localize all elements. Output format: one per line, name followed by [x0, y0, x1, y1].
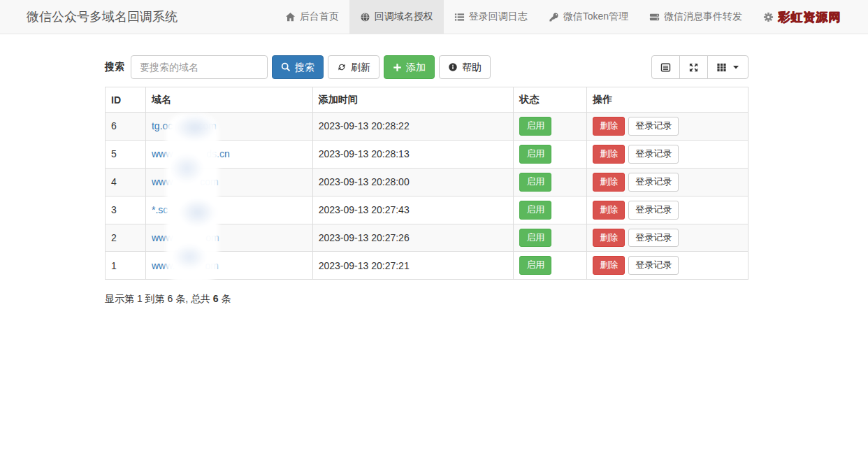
table-row: 6tg.occom2023-09-13 20:28:22启用删除登录记录	[106, 113, 748, 141]
cell-id: 2	[106, 224, 146, 252]
chevron-down-icon	[732, 64, 739, 71]
gear-icon	[763, 12, 774, 22]
login-records-button[interactable]: 登录记录	[628, 201, 679, 220]
status-enabled-button[interactable]: 启用	[519, 229, 551, 248]
login-records-button[interactable]: 登录记录	[628, 117, 679, 136]
search-button[interactable]: 搜索	[272, 55, 324, 79]
cell-actions: 删除登录记录	[587, 140, 748, 168]
cell-add-time: 2023-09-13 20:27:43	[312, 196, 514, 224]
domain-visible-prefix: www	[152, 148, 173, 159]
cell-add-time: 2023-09-13 20:27:26	[312, 224, 514, 252]
domain-link[interactable]: wwwds.cn	[152, 148, 230, 159]
domain-visible-suffix: om	[205, 232, 219, 243]
table-row: 1www.om2023-09-13 20:27:21启用删除登录记录	[106, 252, 748, 280]
fullscreen-icon	[688, 62, 699, 73]
login-records-button[interactable]: 登录记录	[628, 173, 679, 192]
login-records-button[interactable]: 登录记录	[628, 145, 679, 164]
fullscreen-button[interactable]	[679, 55, 708, 79]
domain-link[interactable]: tg.occom	[152, 120, 217, 131]
domain-visible-prefix: www.	[152, 260, 175, 271]
columns-dropdown-button[interactable]	[707, 55, 748, 79]
cell-id: 5	[106, 140, 146, 168]
nav-item-login-logs[interactable]: 登录回调日志	[444, 0, 538, 34]
login-records-button[interactable]: 登录记录	[628, 229, 679, 248]
pagination-info-suffix: 条	[219, 293, 231, 304]
main-nav: 后台首页 回调域名授权 登录回调日志	[275, 0, 851, 34]
watermark-text: 彩虹资源网	[778, 9, 841, 25]
server-icon	[649, 12, 660, 22]
add-button-label: 添加	[406, 62, 426, 72]
refresh-button[interactable]: 刷新	[328, 55, 379, 79]
nav-item-home[interactable]: 后台首页	[275, 0, 349, 34]
domain-redacted-gap	[175, 266, 205, 267]
col-header-id: ID	[106, 87, 146, 113]
col-header-actions: 操作	[587, 87, 748, 113]
table-toolbar: 搜索 搜索 刷新	[105, 55, 748, 79]
table-row: 5wwwds.cn2023-09-13 20:28:13启用删除登录记录	[106, 140, 748, 168]
delete-button[interactable]: 删除	[593, 145, 625, 164]
cell-domain: wwwcom	[145, 168, 312, 196]
help-button-label: 帮助	[462, 62, 482, 72]
pagination-info: 显示第 1 到第 6 条, 总共 6 条	[105, 293, 748, 306]
table-row: 2wwwom2023-09-13 20:27:26启用删除登录记录	[106, 224, 748, 252]
add-button[interactable]: 添加	[384, 55, 435, 79]
cell-domain: www.om	[145, 252, 312, 280]
domain-link[interactable]: *.sc	[152, 204, 168, 215]
nav-item-label: 登录回调日志	[469, 10, 528, 23]
table-body: 6tg.occom2023-09-13 20:28:22启用删除登录记录5www…	[106, 113, 748, 280]
nav-item-token-manage[interactable]: 微信Token管理	[538, 0, 639, 34]
info-icon	[448, 62, 458, 72]
domain-redacted-gap	[173, 155, 206, 155]
pagination-toggle-button[interactable]	[651, 55, 680, 79]
search-label: 搜索	[105, 61, 124, 73]
col-header-status: 状态	[514, 87, 587, 113]
nav-item-label: 后台首页	[300, 10, 339, 23]
table-header: ID 域名 添加时间 状态 操作	[106, 87, 748, 113]
col-header-time: 添加时间	[312, 87, 514, 113]
domain-visible-prefix: www	[152, 232, 173, 243]
domain-link[interactable]: wwwom	[152, 232, 219, 243]
delete-button[interactable]: 删除	[593, 229, 625, 248]
cell-status: 启用	[514, 252, 587, 280]
domain-visible-suffix: ds.cn	[206, 148, 229, 159]
status-enabled-button[interactable]: 启用	[519, 145, 551, 164]
cell-add-time: 2023-09-13 20:27:21	[312, 252, 514, 280]
nav-item-callback-domains[interactable]: 回调域名授权	[349, 0, 444, 34]
delete-button[interactable]: 删除	[593, 117, 625, 136]
view-controls	[651, 55, 748, 79]
cell-status: 启用	[514, 168, 587, 196]
refresh-button-label: 刷新	[351, 62, 370, 72]
nav-item-message-forward[interactable]: 微信消息事件转发	[639, 0, 753, 34]
app-title: 微信公众号多域名回调系统	[0, 0, 178, 34]
cell-actions: 删除登录记录	[587, 113, 748, 141]
key-icon	[549, 12, 559, 22]
domain-visible-prefix: *.sc	[152, 204, 168, 215]
domain-visible-prefix: tg.oc	[152, 120, 173, 131]
status-enabled-button[interactable]: 启用	[519, 117, 551, 136]
list-icon	[454, 12, 465, 22]
delete-button[interactable]: 删除	[593, 256, 625, 275]
nav-item-settings-watermark[interactable]: 彩虹资源网	[753, 0, 851, 34]
delete-button[interactable]: 删除	[593, 201, 625, 220]
search-input[interactable]	[131, 55, 268, 79]
nav-item-label: 微信Token管理	[563, 10, 628, 23]
help-button[interactable]: 帮助	[439, 55, 491, 79]
domain-link[interactable]: wwwcom	[152, 176, 219, 187]
cell-add-time: 2023-09-13 20:28:13	[312, 140, 514, 168]
delete-button[interactable]: 删除	[593, 173, 625, 192]
login-records-button[interactable]: 登录记录	[628, 256, 679, 275]
cell-status: 启用	[514, 224, 587, 252]
domain-link[interactable]: www.om	[152, 260, 219, 271]
cell-domain: wwwds.cn	[145, 140, 312, 168]
pagination-info-text: 显示第 1 到第 6 条, 总共	[105, 293, 213, 304]
pagination-info-count: 6	[213, 293, 219, 304]
cell-actions: 删除登录记录	[587, 196, 748, 224]
status-enabled-button[interactable]: 启用	[519, 173, 551, 192]
table-row: 4wwwcom2023-09-13 20:28:00启用删除登录记录	[106, 168, 748, 196]
table-row: 3*.sc2023-09-13 20:27:43启用删除登录记录	[106, 196, 748, 224]
status-enabled-button[interactable]: 启用	[519, 256, 551, 275]
cell-id: 6	[106, 113, 146, 141]
cell-id: 3	[106, 196, 146, 224]
status-enabled-button[interactable]: 启用	[519, 201, 551, 220]
globe-icon	[360, 12, 370, 22]
